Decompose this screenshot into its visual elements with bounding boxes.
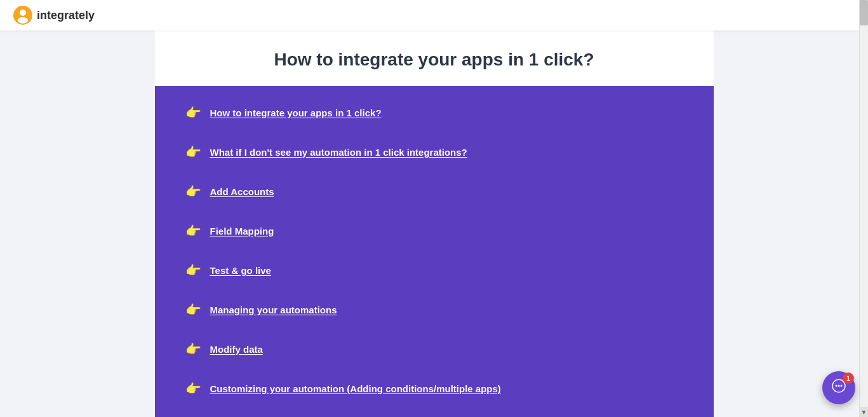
menu-item-3[interactable]: 👉Add Accounts [160,172,709,210]
logo-text: integrately [37,9,95,22]
page-wrapper: How to integrate your apps in 1 click? 👉… [155,31,714,417]
scrollbar[interactable]: ▼ [859,0,868,417]
menu-item-icon-6: 👉 [185,302,201,317]
menu-item-label-8: Customizing your automation (Adding cond… [210,383,501,394]
chat-notification-badge: 1 [843,373,854,384]
svg-point-4 [836,385,838,387]
menu-item-icon-1: 👉 [185,105,201,120]
menu-item-8[interactable]: 👉Customizing your automation (Adding con… [160,369,709,407]
menu-item-label-3: Add Accounts [210,186,274,197]
menu-item-label-2: What if I don't see my automation in 1 c… [210,147,467,158]
menu-item-2[interactable]: 👉What if I don't see my automation in 1 … [160,133,709,171]
menu-item-4[interactable]: 👉Field Mapping [160,212,709,250]
menu-item-icon-7: 👉 [185,341,201,357]
left-sidebar [0,31,149,417]
logo-icon [13,5,33,25]
page-title: How to integrate your apps in 1 click? [168,50,701,70]
logo-area[interactable]: integrately [13,5,95,25]
svg-point-1 [20,10,26,16]
menu-item-icon-2: 👉 [185,144,201,160]
menu-item-icon-8: 👉 [185,381,201,396]
header: integrately [0,0,868,31]
menu-item-label-4: Field Mapping [210,226,274,236]
menu-item-9[interactable]: 👉Connect 3+ apps in an Automation [160,409,709,417]
menu-item-icon-5: 👉 [185,263,201,278]
menu-item-label-7: Modify data [210,344,263,355]
menu-item-6[interactable]: 👉Managing your automations [160,291,709,329]
svg-point-5 [838,385,840,387]
menu-item-icon-4: 👉 [185,223,201,238]
scrollbar-arrow-down[interactable]: ▼ [860,407,868,417]
scrollbar-thumb[interactable] [860,0,868,25]
svg-point-2 [18,17,28,24]
menu-item-5[interactable]: 👉Test & go live [160,251,709,289]
chat-bubble[interactable]: 1 [822,371,855,404]
menu-item-label-6: Managing your automations [210,304,337,315]
svg-point-6 [841,385,843,387]
menu-item-icon-3: 👉 [185,184,201,199]
content-area: 👉How to integrate your apps in 1 click?👉… [155,86,714,417]
menu-item-1[interactable]: 👉How to integrate your apps in 1 click? [160,93,709,132]
menu-item-7[interactable]: 👉Modify data [160,330,709,368]
menu-item-label-1: How to integrate your apps in 1 click? [210,107,382,118]
menu-item-label-5: Test & go live [210,265,271,276]
title-area: How to integrate your apps in 1 click? [155,31,714,86]
